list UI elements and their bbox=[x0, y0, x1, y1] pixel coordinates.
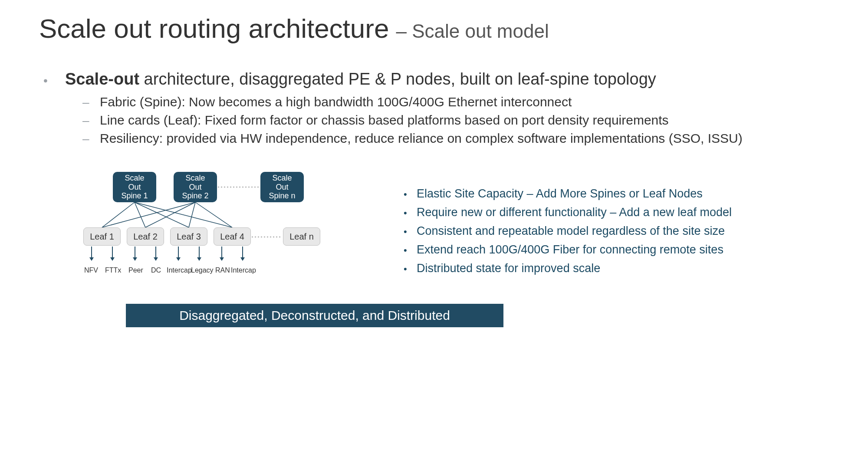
sub-bullet-text: Fabric (Spine): Now becomes a high bandw… bbox=[100, 95, 572, 109]
sub-bullet: – Fabric (Spine): Now becomes a high ban… bbox=[82, 95, 829, 109]
benefit-text: Require new or different functionality –… bbox=[417, 206, 732, 219]
sub-bullet: – Line cards (Leaf): Fixed form factor o… bbox=[82, 113, 829, 128]
benefit-item: • Extend reach 100G/400G Fiber for conne… bbox=[404, 243, 732, 256]
leaf-node: Leaf 4 bbox=[214, 227, 251, 246]
benefit-item: • Elastic Site Capacity – Add More Spine… bbox=[404, 187, 732, 201]
title-sub: – Scale out model bbox=[396, 20, 549, 42]
downlink-label: NFV bbox=[84, 266, 98, 274]
leaf-node: Leaf 1 bbox=[83, 227, 121, 246]
downlink-label: Legacy bbox=[191, 266, 214, 274]
dash-icon: – bbox=[82, 132, 100, 146]
arrow-down-icon bbox=[242, 247, 243, 260]
bullet-dot-icon: • bbox=[43, 74, 65, 88]
bullet-dot-icon: • bbox=[404, 207, 417, 219]
svg-line-1 bbox=[135, 202, 145, 227]
leaf-node: Leaf n bbox=[283, 227, 320, 246]
summary-banner: Disaggregated, Deconstructed, and Distri… bbox=[126, 304, 503, 327]
slide-title: Scale out routing architecture – Scale o… bbox=[39, 13, 829, 44]
arrow-down-icon bbox=[135, 247, 135, 260]
downlink-label: Intercap bbox=[231, 266, 256, 274]
downlink-label: Intercap bbox=[167, 266, 192, 274]
downlink-label: Peer bbox=[128, 266, 143, 274]
arrow-down-icon bbox=[199, 247, 200, 260]
spine-node: Scale Out Spine 1 bbox=[113, 172, 156, 202]
benefit-text: Elastic Site Capacity – Add More Spines … bbox=[417, 187, 703, 201]
spine-node: Scale Out Spine n bbox=[260, 172, 304, 202]
main-bullet-bold: Scale-out bbox=[65, 70, 139, 88]
svg-line-0 bbox=[102, 202, 135, 227]
arrow-down-icon bbox=[91, 247, 92, 260]
leaf-node: Leaf 2 bbox=[127, 227, 164, 246]
benefit-text: Distributed state for improved scale bbox=[417, 262, 600, 275]
leaf-node: Leaf 3 bbox=[170, 227, 207, 246]
sub-bullet-text: Line cards (Leaf): Fixed form factor or … bbox=[100, 113, 669, 128]
arrow-down-icon bbox=[221, 247, 222, 260]
downlink-label: DC bbox=[151, 266, 161, 274]
svg-line-4 bbox=[102, 202, 195, 227]
svg-line-3 bbox=[135, 202, 232, 227]
bullet-dot-icon: • bbox=[404, 226, 417, 237]
downlink-label: RAN bbox=[215, 266, 230, 274]
benefit-item: • Distributed state for improved scale bbox=[404, 262, 732, 275]
sub-bullet-list: – Fabric (Spine): Now becomes a high ban… bbox=[82, 95, 829, 146]
arrow-down-icon bbox=[155, 247, 156, 260]
svg-line-2 bbox=[135, 202, 189, 227]
sub-bullet-text: Resiliency: provided via HW independence… bbox=[100, 131, 743, 146]
main-bullet: • Scale-out architecture, disaggregated … bbox=[43, 70, 829, 89]
benefit-item: • Require new or different functionality… bbox=[404, 206, 732, 219]
arrow-down-icon bbox=[178, 247, 179, 260]
dash-icon: – bbox=[82, 114, 100, 128]
main-bullet-text: Scale-out architecture, disaggregated PE… bbox=[65, 70, 656, 89]
benefit-text: Consistent and repeatable model regardle… bbox=[417, 224, 725, 238]
leaf-spine-diagram: Scale Out Spine 1 Scale Out Spine 2 Scal… bbox=[78, 172, 391, 293]
arrow-down-icon bbox=[112, 247, 113, 260]
downlink-label: FTTx bbox=[105, 266, 121, 274]
benefit-text: Extend reach 100G/400G Fiber for connect… bbox=[417, 243, 723, 256]
svg-line-5 bbox=[145, 202, 195, 227]
sub-bullet: – Resiliency: provided via HW independen… bbox=[82, 131, 829, 146]
benefit-item: • Consistent and repeatable model regard… bbox=[404, 224, 732, 238]
bullet-dot-icon: • bbox=[404, 263, 417, 275]
main-bullet-rest: architecture, disaggregated PE & P nodes… bbox=[139, 70, 656, 88]
svg-line-7 bbox=[195, 202, 232, 227]
svg-line-6 bbox=[189, 202, 195, 227]
spine-node: Scale Out Spine 2 bbox=[174, 172, 217, 202]
title-main: Scale out routing architecture bbox=[39, 13, 389, 44]
bullet-dot-icon: • bbox=[404, 189, 417, 200]
benefits-list: • Elastic Site Capacity – Add More Spine… bbox=[404, 187, 732, 293]
dash-icon: – bbox=[82, 95, 100, 109]
bullet-dot-icon: • bbox=[404, 245, 417, 256]
